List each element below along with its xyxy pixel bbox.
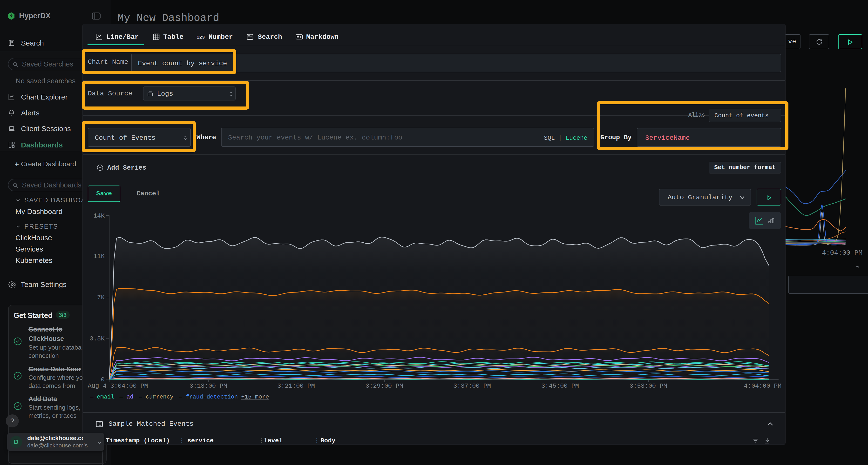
- svg-text:3:53:00 PM: 3:53:00 PM: [629, 383, 667, 390]
- svg-text:Aug 4 3:04:00 PM: Aug 4 3:04:00 PM: [88, 383, 148, 390]
- svg-text:3:13:00 PM: 3:13:00 PM: [189, 383, 227, 390]
- svg-text:7K: 7K: [97, 294, 105, 301]
- svg-text:4:04:00 PM: 4:04:00 PM: [822, 249, 863, 257]
- svg-text:3:21:00 PM: 3:21:00 PM: [277, 383, 315, 390]
- svg-text:14K: 14K: [93, 212, 105, 220]
- svg-text:4:04:00 PM: 4:04:00 PM: [744, 383, 781, 390]
- svg-text:3.5K: 3.5K: [90, 335, 105, 342]
- svg-text:3:45:00 PM: 3:45:00 PM: [541, 383, 579, 390]
- svg-text:3:29:00 PM: 3:29:00 PM: [366, 383, 403, 390]
- svg-text:11K: 11K: [93, 253, 105, 260]
- svg-text:3:37:00 PM: 3:37:00 PM: [453, 383, 491, 390]
